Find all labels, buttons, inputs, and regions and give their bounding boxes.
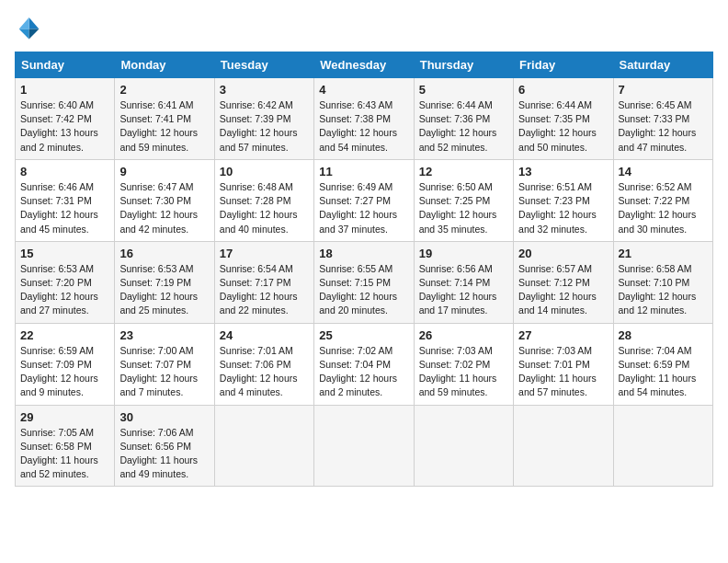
page-header bbox=[15, 15, 713, 40]
calendar-cell: 22Sunrise: 6:59 AMSunset: 7:09 PMDayligh… bbox=[16, 323, 115, 405]
calendar-cell: 29Sunrise: 7:05 AMSunset: 6:58 PMDayligh… bbox=[16, 405, 115, 487]
weekday-header-sunday: Sunday bbox=[16, 52, 115, 78]
day-info: Sunrise: 6:58 AMSunset: 7:10 PMDaylight:… bbox=[619, 262, 708, 318]
weekday-header-thursday: Thursday bbox=[414, 52, 513, 78]
day-number: 19 bbox=[419, 247, 508, 260]
calendar-cell bbox=[613, 405, 712, 487]
day-info: Sunrise: 6:53 AMSunset: 7:20 PMDaylight:… bbox=[20, 262, 109, 318]
day-info: Sunrise: 7:06 AMSunset: 6:56 PMDaylight:… bbox=[119, 426, 209, 482]
calendar-cell: 13Sunrise: 6:51 AMSunset: 7:23 PMDayligh… bbox=[514, 159, 613, 241]
day-info: Sunrise: 6:45 AMSunset: 7:33 PMDaylight:… bbox=[619, 98, 708, 155]
calendar-week-5: 29Sunrise: 7:05 AMSunset: 6:58 PMDayligh… bbox=[16, 405, 713, 487]
day-number: 10 bbox=[220, 165, 309, 178]
calendar-cell: 19Sunrise: 6:56 AMSunset: 7:14 PMDayligh… bbox=[414, 241, 513, 323]
logo bbox=[15, 15, 44, 40]
day-info: Sunrise: 6:55 AMSunset: 7:15 PMDaylight:… bbox=[319, 262, 408, 318]
calendar-cell: 24Sunrise: 7:01 AMSunset: 7:06 PMDayligh… bbox=[214, 323, 313, 405]
calendar-cell: 12Sunrise: 6:50 AMSunset: 7:25 PMDayligh… bbox=[414, 159, 513, 241]
day-number: 14 bbox=[619, 165, 708, 178]
day-number: 23 bbox=[119, 328, 209, 342]
day-number: 17 bbox=[220, 247, 309, 260]
day-number: 3 bbox=[220, 83, 309, 97]
day-info: Sunrise: 6:57 AMSunset: 7:12 PMDaylight:… bbox=[518, 262, 608, 318]
day-info: Sunrise: 6:42 AMSunset: 7:39 PMDaylight:… bbox=[220, 98, 309, 155]
weekday-header-row: SundayMondayTuesdayWednesdayThursdayFrid… bbox=[16, 52, 713, 78]
calendar-cell: 21Sunrise: 6:58 AMSunset: 7:10 PMDayligh… bbox=[613, 241, 712, 323]
day-info: Sunrise: 6:40 AMSunset: 7:42 PMDaylight:… bbox=[20, 98, 109, 155]
calendar-cell: 1Sunrise: 6:40 AMSunset: 7:42 PMDaylight… bbox=[16, 78, 115, 160]
calendar-cell bbox=[414, 405, 513, 487]
calendar-cell: 8Sunrise: 6:46 AMSunset: 7:31 PMDaylight… bbox=[16, 159, 115, 241]
day-number: 16 bbox=[119, 247, 209, 260]
calendar-cell: 27Sunrise: 7:03 AMSunset: 7:01 PMDayligh… bbox=[514, 323, 613, 405]
day-number: 7 bbox=[619, 83, 708, 97]
calendar-week-3: 15Sunrise: 6:53 AMSunset: 7:20 PMDayligh… bbox=[16, 241, 713, 323]
day-number: 29 bbox=[20, 410, 109, 424]
day-info: Sunrise: 6:51 AMSunset: 7:23 PMDaylight:… bbox=[518, 180, 608, 236]
calendar-cell: 9Sunrise: 6:47 AMSunset: 7:30 PMDaylight… bbox=[115, 159, 214, 241]
day-number: 22 bbox=[20, 328, 109, 342]
calendar-cell: 15Sunrise: 6:53 AMSunset: 7:20 PMDayligh… bbox=[16, 241, 115, 323]
calendar-cell: 4Sunrise: 6:43 AMSunset: 7:38 PMDaylight… bbox=[314, 78, 414, 160]
calendar-cell: 10Sunrise: 6:48 AMSunset: 7:28 PMDayligh… bbox=[214, 159, 313, 241]
day-number: 20 bbox=[518, 247, 608, 260]
day-info: Sunrise: 6:50 AMSunset: 7:25 PMDaylight:… bbox=[419, 180, 508, 236]
calendar-table: SundayMondayTuesdayWednesdayThursdayFrid… bbox=[15, 52, 713, 487]
day-number: 2 bbox=[119, 83, 209, 97]
day-info: Sunrise: 7:05 AMSunset: 6:58 PMDaylight:… bbox=[20, 426, 109, 482]
day-number: 6 bbox=[518, 83, 608, 97]
day-number: 12 bbox=[419, 165, 508, 178]
calendar-cell: 3Sunrise: 6:42 AMSunset: 7:39 PMDaylight… bbox=[214, 78, 313, 160]
day-number: 27 bbox=[518, 328, 608, 342]
day-info: Sunrise: 6:52 AMSunset: 7:22 PMDaylight:… bbox=[619, 180, 708, 236]
day-info: Sunrise: 7:03 AMSunset: 7:02 PMDaylight:… bbox=[419, 344, 508, 400]
day-number: 18 bbox=[319, 247, 408, 260]
calendar-cell: 11Sunrise: 6:49 AMSunset: 7:27 PMDayligh… bbox=[314, 159, 414, 241]
day-info: Sunrise: 7:01 AMSunset: 7:06 PMDaylight:… bbox=[220, 344, 309, 400]
weekday-header-monday: Monday bbox=[115, 52, 214, 78]
weekday-header-wednesday: Wednesday bbox=[314, 52, 414, 78]
calendar-cell: 28Sunrise: 7:04 AMSunset: 6:59 PMDayligh… bbox=[613, 323, 712, 405]
day-number: 13 bbox=[518, 165, 608, 178]
calendar-week-4: 22Sunrise: 6:59 AMSunset: 7:09 PMDayligh… bbox=[16, 323, 713, 405]
calendar-cell: 6Sunrise: 6:44 AMSunset: 7:35 PMDaylight… bbox=[514, 78, 613, 160]
calendar-cell bbox=[214, 405, 313, 487]
day-info: Sunrise: 6:59 AMSunset: 7:09 PMDaylight:… bbox=[20, 344, 109, 400]
calendar-cell bbox=[314, 405, 414, 487]
day-info: Sunrise: 6:54 AMSunset: 7:17 PMDaylight:… bbox=[220, 262, 309, 318]
calendar-cell: 14Sunrise: 6:52 AMSunset: 7:22 PMDayligh… bbox=[613, 159, 712, 241]
calendar-cell bbox=[514, 405, 613, 487]
calendar-cell: 18Sunrise: 6:55 AMSunset: 7:15 PMDayligh… bbox=[314, 241, 414, 323]
day-info: Sunrise: 6:49 AMSunset: 7:27 PMDaylight:… bbox=[319, 180, 408, 236]
svg-marker-2 bbox=[19, 29, 29, 40]
day-info: Sunrise: 6:44 AMSunset: 7:35 PMDaylight:… bbox=[518, 98, 608, 155]
calendar-cell: 2Sunrise: 6:41 AMSunset: 7:41 PMDaylight… bbox=[115, 78, 214, 160]
day-info: Sunrise: 7:04 AMSunset: 6:59 PMDaylight:… bbox=[619, 344, 708, 400]
calendar-week-2: 8Sunrise: 6:46 AMSunset: 7:31 PMDaylight… bbox=[16, 159, 713, 241]
day-info: Sunrise: 6:41 AMSunset: 7:41 PMDaylight:… bbox=[119, 98, 209, 155]
day-info: Sunrise: 6:56 AMSunset: 7:14 PMDaylight:… bbox=[419, 262, 508, 318]
weekday-header-tuesday: Tuesday bbox=[214, 52, 313, 78]
logo-icon bbox=[15, 15, 40, 40]
weekday-header-friday: Friday bbox=[514, 52, 613, 78]
day-number: 28 bbox=[619, 328, 708, 342]
calendar-cell: 16Sunrise: 6:53 AMSunset: 7:19 PMDayligh… bbox=[115, 241, 214, 323]
day-number: 9 bbox=[119, 165, 209, 178]
calendar-cell: 20Sunrise: 6:57 AMSunset: 7:12 PMDayligh… bbox=[514, 241, 613, 323]
calendar-cell: 7Sunrise: 6:45 AMSunset: 7:33 PMDaylight… bbox=[613, 78, 712, 160]
calendar-week-1: 1Sunrise: 6:40 AMSunset: 7:42 PMDaylight… bbox=[16, 78, 713, 160]
day-info: Sunrise: 6:44 AMSunset: 7:36 PMDaylight:… bbox=[419, 98, 508, 155]
calendar-cell: 25Sunrise: 7:02 AMSunset: 7:04 PMDayligh… bbox=[314, 323, 414, 405]
svg-marker-3 bbox=[29, 29, 40, 40]
day-info: Sunrise: 7:03 AMSunset: 7:01 PMDaylight:… bbox=[518, 344, 608, 400]
day-info: Sunrise: 6:53 AMSunset: 7:19 PMDaylight:… bbox=[119, 262, 209, 318]
calendar-cell: 26Sunrise: 7:03 AMSunset: 7:02 PMDayligh… bbox=[414, 323, 513, 405]
day-number: 21 bbox=[619, 247, 708, 260]
calendar-cell: 23Sunrise: 7:00 AMSunset: 7:07 PMDayligh… bbox=[115, 323, 214, 405]
calendar-cell: 17Sunrise: 6:54 AMSunset: 7:17 PMDayligh… bbox=[214, 241, 313, 323]
day-number: 15 bbox=[20, 247, 109, 260]
calendar-cell: 30Sunrise: 7:06 AMSunset: 6:56 PMDayligh… bbox=[115, 405, 214, 487]
day-info: Sunrise: 6:48 AMSunset: 7:28 PMDaylight:… bbox=[220, 180, 309, 236]
day-info: Sunrise: 6:46 AMSunset: 7:31 PMDaylight:… bbox=[20, 180, 109, 236]
day-number: 8 bbox=[20, 165, 109, 178]
